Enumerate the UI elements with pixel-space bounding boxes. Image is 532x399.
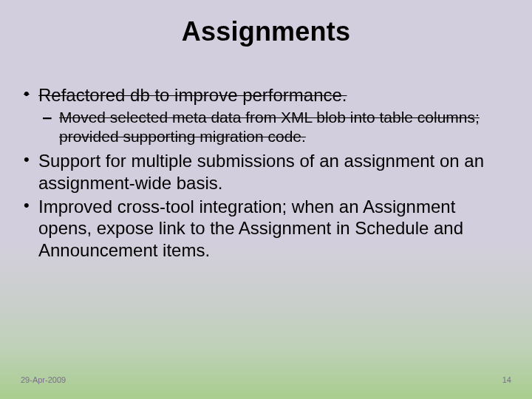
bullet-1: Refactored db to improve performance. — [21, 84, 502, 106]
slide: Assignments Refactored db to improve per… — [0, 0, 532, 399]
bullet-1-sub: Moved selected meta data from XML blob i… — [21, 108, 502, 146]
bullet-list: Refactored db to improve performance. Mo… — [21, 84, 502, 261]
bullet-3: Improved cross-tool integration; when an… — [21, 196, 502, 261]
slide-body: Refactored db to improve performance. Mo… — [21, 84, 502, 263]
footer-date: 29-Apr-2009 — [21, 375, 66, 384]
page-number: 14 — [502, 375, 511, 384]
slide-title: Assignments — [0, 16, 532, 47]
bullet-2: Support for multiple submissions of an a… — [21, 150, 502, 194]
